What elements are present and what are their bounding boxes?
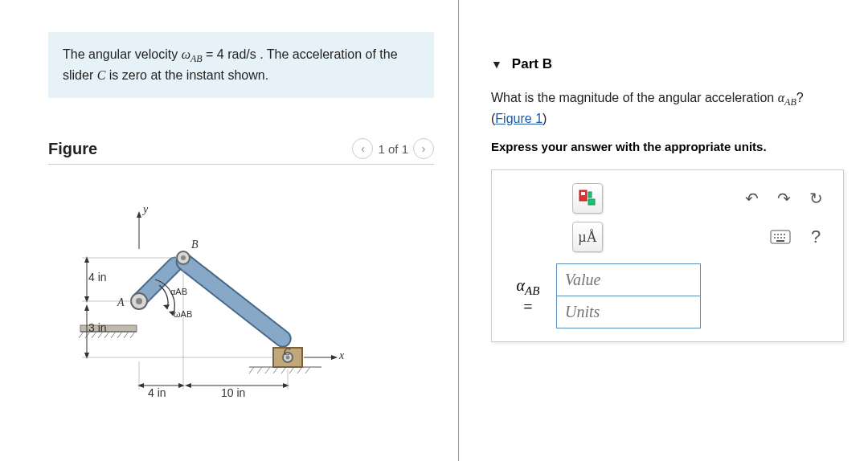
svg-rect-55	[588, 192, 592, 198]
figure-header: Figure ‹ 1 of 1 ›	[48, 138, 434, 165]
svg-marker-36	[84, 256, 89, 263]
svg-rect-21	[174, 251, 294, 350]
answer-instruction: Express your answer with the appropriate…	[491, 140, 844, 153]
prev-figure-button[interactable]: ‹	[352, 138, 373, 159]
svg-rect-56	[588, 199, 595, 205]
svg-point-60	[780, 234, 782, 235]
value-input[interactable]	[556, 263, 701, 296]
svg-point-61	[784, 234, 785, 235]
svg-marker-37	[84, 296, 89, 303]
svg-line-19	[305, 367, 310, 373]
svg-line-14	[265, 367, 270, 373]
templates-button[interactable]	[572, 183, 603, 214]
svg-point-65	[784, 237, 785, 239]
dim-10in-h: 10 in	[221, 386, 245, 399]
svg-point-62	[774, 237, 776, 239]
svg-rect-53	[579, 190, 587, 201]
units-input[interactable]	[556, 296, 701, 328]
keyboard-button[interactable]	[769, 226, 792, 248]
svg-marker-49	[283, 383, 289, 388]
dim-4in-v: 4 in	[88, 271, 107, 284]
svg-rect-66	[776, 240, 784, 242]
dim-3in-v: 3 in	[88, 321, 107, 334]
dim-4in-h: 4 in	[148, 386, 166, 399]
svg-marker-45	[137, 383, 144, 388]
svg-point-64	[780, 237, 782, 239]
problem-text: The angular velocity	[63, 47, 182, 61]
svg-line-10	[130, 332, 135, 338]
point-B: B	[191, 239, 199, 251]
svg-marker-32	[137, 211, 141, 218]
right-pane: ▼ Part B What is the magnitude of the an…	[458, 0, 868, 461]
point-C: C	[284, 346, 290, 358]
svg-point-59	[777, 234, 779, 235]
svg-marker-46	[178, 383, 185, 388]
svg-line-8	[117, 332, 122, 338]
svg-marker-34	[331, 355, 338, 360]
figure-diagram: 4 in 3 in 4 in 10 in y x A B C αAB ωAB	[48, 189, 354, 398]
y-axis-label: y	[143, 203, 148, 216]
problem-statement: The angular velocity ωAB = 4 rad/s . The…	[48, 32, 434, 98]
svg-line-17	[289, 367, 294, 373]
svg-marker-48	[185, 383, 191, 388]
undo-button[interactable]: ↶	[740, 187, 763, 210]
answer-box: ↶ ↷ ↻ µÅ ? αAB =	[491, 169, 844, 342]
left-pane: The angular velocity ωAB = 4 rad/s . The…	[0, 0, 458, 461]
svg-marker-40	[84, 353, 89, 359]
figure-link[interactable]: Figure 1	[495, 112, 542, 125]
figure-title: Figure	[48, 140, 97, 158]
svg-line-2	[79, 332, 84, 338]
redo-button[interactable]: ↷	[772, 187, 795, 210]
svg-line-16	[281, 367, 286, 373]
svg-rect-54	[581, 192, 585, 195]
svg-line-18	[297, 367, 302, 373]
svg-point-63	[777, 237, 779, 239]
pager-text: 1 of 1	[378, 142, 408, 156]
figure-pager: ‹ 1 of 1 ›	[352, 138, 434, 159]
svg-point-23	[136, 298, 142, 304]
next-figure-button[interactable]: ›	[413, 138, 434, 159]
units: rad/s	[227, 47, 256, 61]
svg-point-25	[181, 255, 186, 260]
svg-line-9	[124, 332, 129, 338]
omega-label: ωAB	[174, 309, 192, 319]
templates-icon	[579, 190, 596, 207]
svg-point-58	[774, 234, 776, 235]
help-button[interactable]: ?	[805, 226, 827, 248]
x-axis-label: x	[339, 349, 344, 362]
keyboard-icon	[770, 230, 791, 244]
question-text: What is the magnitude of the angular acc…	[491, 88, 844, 129]
reset-button[interactable]: ↻	[805, 187, 827, 210]
collapse-caret-icon: ▼	[491, 58, 502, 71]
svg-line-15	[273, 367, 278, 373]
svg-marker-39	[84, 304, 89, 311]
part-title: Part B	[512, 56, 552, 72]
omega-var: ωAB	[182, 47, 203, 61]
units-symbol-button[interactable]: µÅ	[572, 222, 603, 252]
point-A: A	[117, 296, 125, 309]
answer-input-row: αAB =	[508, 263, 827, 328]
slider-var: C	[97, 68, 106, 82]
svg-line-7	[111, 332, 116, 338]
svg-marker-29	[163, 304, 170, 309]
answer-toolbar: ↶ ↷ ↻	[508, 183, 827, 214]
svg-line-13	[257, 367, 262, 373]
part-b-header[interactable]: ▼ Part B	[491, 32, 844, 72]
alpha-label: αAB	[170, 287, 187, 296]
svg-line-12	[249, 367, 254, 373]
answer-variable-label: αAB =	[508, 276, 548, 316]
